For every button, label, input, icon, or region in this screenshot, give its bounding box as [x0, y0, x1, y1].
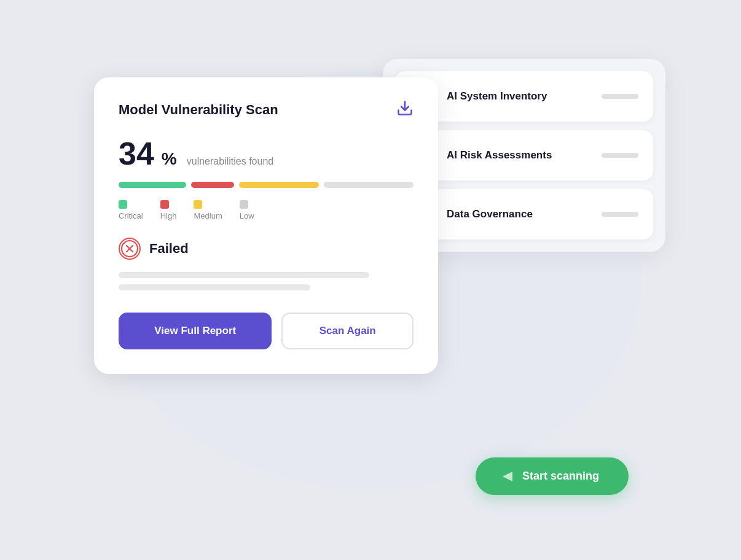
- legend-label-critical: Critical: [119, 211, 143, 220]
- progress-critical: [119, 182, 186, 188]
- failed-icon: [119, 238, 141, 260]
- progress-remaining: [324, 182, 414, 188]
- checklist-label-data-gov: Data Governance: [447, 208, 590, 220]
- legend-row: Critical High Medium Low: [119, 200, 414, 220]
- dot-critical: [119, 200, 127, 209]
- percentage-row: 34 % vulnerabilities found: [119, 138, 414, 169]
- failed-row: Failed: [119, 238, 414, 260]
- progress-high: [191, 182, 234, 188]
- dot-medium: [194, 200, 202, 209]
- skeleton-line-2: [119, 284, 310, 290]
- percentage-number: 34: [119, 138, 154, 169]
- skeleton-lines: [119, 272, 414, 290]
- checklist-bar-data-gov: [602, 212, 638, 217]
- checklist-label-ai-system: AI System Inventory: [447, 90, 590, 103]
- progress-medium: [239, 182, 319, 188]
- start-scanning-label: Start scanning: [522, 470, 599, 483]
- vulnerability-scan-card: Model Vulnerability Scan 34 % vulnerabil…: [94, 77, 438, 374]
- dot-low: [240, 200, 248, 209]
- skeleton-line-1: [119, 272, 369, 278]
- checklist-bar-ai-system: [602, 94, 638, 99]
- checklist-bar-ai-risk: [602, 153, 638, 158]
- legend-label-low: Low: [240, 211, 254, 220]
- legend-low: Low: [240, 200, 254, 220]
- legend-high: High: [160, 200, 177, 220]
- download-icon[interactable]: [396, 99, 414, 120]
- start-scanning-button[interactable]: Start scanning: [476, 457, 629, 495]
- button-row: View Full Report Scan Again: [119, 313, 414, 349]
- legend-critical: Critical: [119, 200, 143, 220]
- card-header: Model Vulnerability Scan: [119, 99, 414, 120]
- progress-track: [119, 182, 414, 188]
- legend-label-medium: Medium: [194, 211, 222, 220]
- percentage-sign: %: [162, 149, 177, 169]
- view-full-report-button[interactable]: View Full Report: [119, 313, 272, 349]
- dot-high: [160, 200, 169, 209]
- svg-marker-5: [503, 472, 512, 481]
- checklist-label-ai-risk: AI Risk Assessments: [447, 149, 590, 161]
- legend-label-high: High: [160, 211, 177, 220]
- card-title: Model Vulnerability Scan: [119, 102, 278, 118]
- vuln-label: vulnerabilities found: [187, 156, 273, 167]
- failed-text: Failed: [149, 241, 189, 257]
- scan-again-button[interactable]: Scan Again: [281, 313, 414, 349]
- legend-medium: Medium: [194, 200, 222, 220]
